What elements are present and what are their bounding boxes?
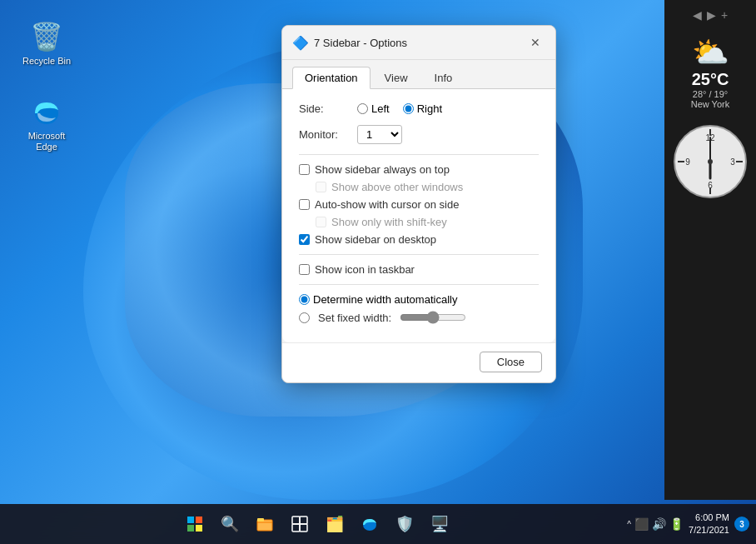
weather-icon: ⛅ — [671, 35, 749, 70]
volume-icon[interactable]: 🔊 — [652, 517, 666, 531]
battery-icon: 🔋 — [669, 517, 684, 531]
right-panel: ◀ ▶ + ⛅ 25°C 28° / 19° New York 12 3 6 9 — [664, 0, 756, 500]
show-above-windows-checkbox — [316, 182, 326, 192]
search-button[interactable]: 🔍 — [213, 507, 246, 541]
panel-left-arrow[interactable]: ◀ — [693, 8, 702, 22]
tab-orientation[interactable]: Orientation — [292, 67, 371, 89]
show-above-windows-label: Show above other windows — [331, 181, 463, 193]
divider-1 — [299, 154, 539, 155]
dialog-titlebar[interactable]: 🔷 7 Sidebar - Options ✕ — [282, 26, 555, 60]
tab-info[interactable]: Info — [422, 67, 465, 88]
taskbar-clock[interactable]: 6:00 PM 7/21/2021 — [689, 512, 729, 537]
taskbar-explorer[interactable] — [248, 507, 281, 541]
taskbar: 🔍 🗂️ — [0, 504, 756, 544]
weather-widget: ⛅ 25°C 28° / 19° New York — [664, 28, 756, 116]
side-right-option[interactable]: Right — [403, 102, 442, 115]
panel-add-btn[interactable]: + — [721, 8, 728, 22]
always-on-top-checkbox[interactable] — [299, 164, 310, 175]
svg-rect-19 — [292, 517, 300, 524]
dialog-content: Side: Left Right Monitor: — [282, 89, 555, 342]
taskbar-multiwindow[interactable] — [283, 507, 316, 541]
auto-width-radio[interactable] — [299, 294, 310, 305]
weather-city: New York — [671, 99, 749, 109]
icon-taskbar-row: Show icon in taskbar — [299, 263, 539, 276]
taskbar-time: 6:00 PM — [689, 512, 729, 524]
close-button[interactable]: Close — [480, 352, 542, 372]
taskbar-settings[interactable]: 🖥️ — [423, 507, 456, 541]
show-on-desktop-checkbox[interactable] — [299, 234, 310, 245]
icon-taskbar-checkbox[interactable] — [299, 264, 310, 275]
auto-show-label: Auto-show with cursor on side — [315, 198, 459, 211]
desktop-icon-edge[interactable]: Microsoft Edge — [17, 92, 77, 156]
svg-rect-16 — [196, 525, 202, 532]
side-left-radio[interactable] — [357, 103, 368, 114]
monitor-select[interactable]: 1 2 — [357, 125, 402, 144]
multi-screen-icon: ⬛ — [634, 517, 649, 531]
taskbar-security[interactable]: 🛡️ — [388, 507, 421, 541]
dialog-tabs: Orientation View Info — [282, 60, 555, 89]
svg-rect-21 — [292, 524, 300, 532]
svg-rect-20 — [300, 517, 307, 524]
panel-arrows: ◀ ▶ + — [693, 8, 728, 22]
edge-desktop-label: Microsoft Edge — [20, 131, 73, 152]
always-on-top-label: Show sidebar always on top — [315, 163, 450, 176]
desktop: 🗑️ Recycle Bin Microsoft Edge ◀ ▶ + ⛅ 25… — [0, 0, 756, 544]
always-on-top-row: Show sidebar always on top — [299, 163, 539, 176]
dialog-title-left: 🔷 7 Sidebar - Options — [292, 35, 407, 51]
taskbar-edge[interactable] — [353, 507, 386, 541]
side-right-label: Right — [417, 102, 442, 115]
dialog-app-icon: 🔷 — [292, 35, 309, 51]
divider-3 — [299, 284, 539, 285]
show-above-windows-row: Show above other windows — [316, 181, 539, 193]
svg-text:3: 3 — [730, 157, 735, 167]
recycle-bin-label: Recycle Bin — [22, 56, 71, 67]
desktop-icon-recycle-bin[interactable]: 🗑️ Recycle Bin — [17, 17, 77, 70]
taskbar-center: 🔍 🗂️ — [178, 507, 456, 541]
icon-taskbar-label: Show icon in taskbar — [315, 263, 415, 276]
side-row: Side: Left Right — [299, 102, 539, 115]
options-dialog[interactable]: 🔷 7 Sidebar - Options ✕ Orientation View… — [281, 25, 556, 383]
monitor-label: Monitor: — [299, 128, 357, 141]
show-on-desktop-row: Show sidebar on desktop — [299, 233, 539, 246]
side-left-label: Left — [371, 102, 390, 115]
tab-view[interactable]: View — [372, 67, 420, 88]
system-tray-expand[interactable]: ^ — [627, 520, 631, 529]
edge-desktop-icon — [30, 95, 63, 128]
dialog-close-x-button[interactable]: ✕ — [525, 32, 545, 52]
auto-show-row: Auto-show with cursor on side — [299, 198, 539, 211]
taskbar-date: 7/21/2021 — [689, 524, 729, 537]
fixed-width-radio[interactable] — [299, 312, 310, 323]
auto-width-option[interactable]: Determine width automatically — [299, 293, 539, 306]
shift-key-checkbox — [316, 217, 326, 227]
side-left-option[interactable]: Left — [357, 102, 390, 115]
svg-rect-22 — [300, 524, 307, 532]
width-slider[interactable] — [400, 311, 466, 324]
shift-key-label: Show only with shift-key — [331, 216, 447, 228]
taskbar-sys-icons: ^ ⬛ 🔊 🔋 — [627, 517, 684, 531]
side-right-radio[interactable] — [403, 103, 414, 114]
panel-right-arrow[interactable]: ▶ — [707, 8, 716, 22]
auto-width-label: Determine width automatically — [313, 293, 457, 306]
svg-rect-13 — [187, 517, 194, 523]
clock-face: 12 3 6 9 — [673, 124, 748, 199]
monitor-row: Monitor: 1 2 — [299, 125, 539, 144]
svg-rect-18 — [257, 518, 264, 522]
fixed-width-row: Set fixed width: — [299, 311, 539, 324]
clock-widget: 12 3 6 9 — [673, 124, 748, 199]
taskbar-folder[interactable]: 🗂️ — [318, 507, 351, 541]
svg-rect-14 — [196, 517, 202, 523]
svg-rect-15 — [187, 525, 194, 532]
shift-key-row: Show only with shift-key — [316, 216, 539, 228]
auto-show-checkbox[interactable] — [299, 199, 310, 210]
side-radio-group: Left Right — [357, 102, 442, 115]
weather-temp: 25°C — [671, 70, 749, 89]
svg-point-12 — [708, 159, 713, 164]
recycle-bin-icon: 🗑️ — [30, 20, 63, 53]
dialog-title-text: 7 Sidebar - Options — [314, 37, 407, 49]
start-button[interactable] — [178, 507, 211, 541]
svg-text:9: 9 — [685, 157, 690, 167]
notification-badge[interactable]: 3 — [734, 517, 749, 532]
divider-2 — [299, 254, 539, 255]
taskbar-right: ^ ⬛ 🔊 🔋 6:00 PM 7/21/2021 3 — [627, 512, 749, 537]
show-on-desktop-label: Show sidebar on desktop — [315, 233, 436, 246]
